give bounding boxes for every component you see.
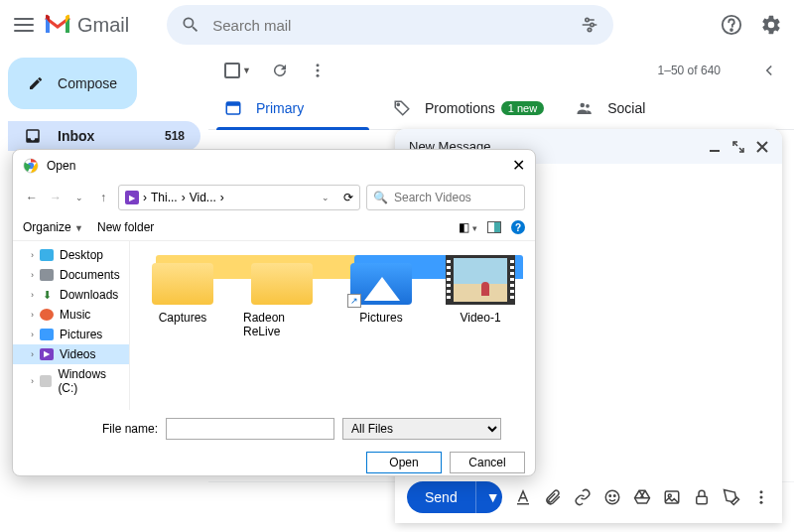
folder-radeon-relive[interactable]: Radeon ReLive [243, 255, 321, 338]
sidebar-item-pictures[interactable]: ›Pictures [13, 325, 129, 344]
breadcrumb[interactable]: ▶ ›Thi... ›Vid... › ⌄ ⟳ [118, 185, 360, 210]
dialog-sidebar: ›Desktop ›Documents ›⬇Downloads ›Music ›… [13, 241, 130, 410]
nav-up-icon[interactable]: ↑ [94, 191, 112, 204]
compose-label: Compose [58, 75, 117, 91]
help-icon[interactable] [721, 14, 742, 36]
dialog-search[interactable]: 🔍 [366, 185, 525, 210]
dialog-buttons: Open Cancel [13, 448, 535, 483]
close-compose-icon[interactable] [756, 141, 768, 153]
send-label: Send [407, 481, 475, 513]
settings-icon[interactable] [760, 14, 782, 36]
svg-point-19 [668, 494, 671, 497]
search-options-icon[interactable] [580, 15, 599, 35]
dialog-search-input[interactable] [394, 191, 518, 204]
nav-forward-icon[interactable]: → [47, 191, 65, 204]
app-header: Gmail [0, 0, 794, 50]
svg-point-2 [589, 28, 592, 31]
svg-point-11 [581, 103, 586, 108]
help-dialog-icon[interactable]: ? [511, 220, 525, 234]
inbox-label: Inbox [58, 128, 94, 144]
select-all-checkbox[interactable]: ▼ [224, 63, 251, 78]
path-refresh-icon[interactable]: ⟳ [343, 191, 353, 204]
svg-point-22 [760, 496, 763, 499]
sidebar-item-music[interactable]: ›Music [13, 305, 129, 325]
svg-rect-9 [226, 102, 240, 106]
svg-point-6 [316, 69, 319, 72]
close-dialog-icon[interactable]: ✕ [512, 156, 525, 175]
svg-point-12 [586, 104, 590, 108]
more-icon[interactable] [309, 62, 327, 79]
primary-tab-icon [224, 99, 242, 117]
attach-icon[interactable] [544, 488, 562, 506]
compose-button[interactable]: Compose [8, 58, 137, 109]
menu-icon[interactable] [12, 13, 36, 37]
signature-icon[interactable] [723, 488, 740, 506]
sidebar-item-documents[interactable]: ›Documents [13, 265, 129, 285]
tab-promotions[interactable]: Promotions1 new [377, 87, 560, 129]
gmail-logo[interactable]: Gmail [44, 14, 129, 37]
preview-pane-icon[interactable] [487, 221, 501, 233]
link-icon[interactable] [574, 488, 592, 506]
more-compose-icon[interactable] [752, 488, 770, 506]
svg-point-16 [609, 495, 611, 497]
filename-label: File name: [102, 422, 158, 436]
search-input[interactable] [212, 17, 568, 34]
send-more-icon[interactable]: ▼ [475, 481, 502, 513]
svg-point-10 [397, 103, 399, 105]
svg-point-17 [614, 495, 616, 497]
sidebar-item-downloads[interactable]: ›⬇Downloads [13, 285, 129, 305]
dialog-title: Open [47, 159, 75, 173]
file-open-dialog: Open ✕ ← → ⌄ ↑ ▶ ›Thi... ›Vid... › ⌄ ⟳ 🔍… [12, 149, 536, 476]
search-bar[interactable] [167, 5, 613, 45]
view-mode-icon[interactable]: ◧ ▾ [459, 220, 477, 234]
svg-point-23 [760, 501, 763, 504]
pencil-icon [28, 73, 44, 93]
sidebar-item-inbox[interactable]: Inbox 518 [8, 121, 200, 151]
tab-social-label: Social [607, 100, 645, 116]
folder-captures[interactable]: Captures [144, 255, 221, 325]
sidebar-item-desktop[interactable]: ›Desktop [13, 245, 129, 265]
videos-folder-icon: ▶ [125, 191, 139, 204]
nav-back-icon[interactable]: ← [23, 191, 41, 204]
svg-point-21 [760, 490, 763, 493]
organize-menu[interactable]: Organize ▼ [23, 220, 83, 234]
emoji-icon[interactable] [603, 488, 621, 506]
confidential-icon[interactable] [693, 488, 711, 506]
tab-primary[interactable]: Primary [208, 87, 377, 129]
format-icon[interactable] [514, 488, 532, 506]
file-filter-select[interactable]: All Files [342, 418, 501, 440]
file-video-1[interactable]: Video-1 [442, 255, 519, 325]
sidebar-item-windows-c[interactable]: ›Windows (C:) [13, 364, 129, 398]
minimize-icon[interactable] [709, 141, 721, 153]
path-history-icon[interactable]: ⌄ [322, 193, 330, 202]
tab-social[interactable]: Social [560, 87, 728, 129]
new-folder-button[interactable]: New folder [97, 220, 154, 234]
svg-point-7 [316, 74, 319, 77]
sidebar-item-videos[interactable]: ›▶Videos [13, 344, 129, 364]
svg-point-0 [586, 18, 589, 21]
open-button[interactable]: Open [366, 452, 442, 473]
send-button[interactable]: Send ▼ [407, 481, 502, 513]
path-segment[interactable]: Thi... [151, 191, 178, 204]
mail-toolbar: ▼ 1–50 of 640 [208, 62, 794, 87]
dialog-titlebar[interactable]: Open ✕ [13, 150, 535, 181]
nav-recent-icon[interactable]: ⌄ [70, 193, 88, 202]
cancel-button[interactable]: Cancel [450, 452, 525, 473]
svg-point-4 [730, 29, 732, 31]
inbox-count: 518 [165, 129, 185, 143]
refresh-icon[interactable] [271, 62, 289, 79]
folder-pictures-shortcut[interactable]: ↗Pictures [342, 255, 420, 325]
chrome-icon [23, 158, 39, 174]
drive-icon[interactable] [633, 488, 651, 506]
prev-page-icon[interactable] [760, 62, 778, 79]
promotions-badge: 1 new [501, 101, 544, 115]
shortcut-icon: ↗ [347, 294, 361, 308]
dialog-nav: ← → ⌄ ↑ ▶ ›Thi... ›Vid... › ⌄ ⟳ 🔍 [13, 181, 535, 214]
expand-icon[interactable] [732, 141, 744, 153]
path-segment[interactable]: Vid... [190, 191, 216, 204]
filename-input[interactable] [166, 418, 334, 440]
category-tabs: Primary Promotions1 new Social [208, 87, 794, 130]
image-icon[interactable] [663, 488, 681, 506]
svg-point-5 [316, 64, 319, 66]
app-name: Gmail [77, 14, 129, 37]
